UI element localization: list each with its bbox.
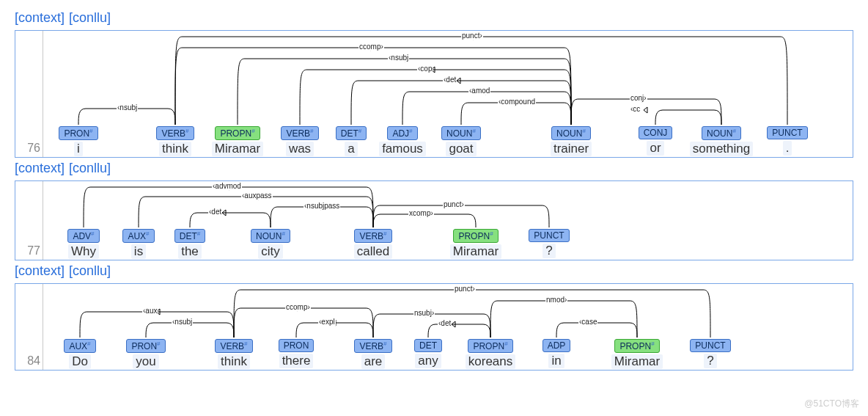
conllu-link[interactable]: [conllu]: [69, 263, 111, 278]
dep-label-auxpass: ‹auxpass: [241, 191, 273, 200]
token-row: PRON#iVERB#thinkPROPN#MiramarVERB#wasDET…: [43, 126, 853, 157]
dep-label-nsubj: nsubj›: [413, 309, 435, 317]
dep-label-case: ‹case: [578, 318, 597, 326]
token-word: Why: [68, 244, 99, 259]
token-word: think: [218, 354, 250, 369]
conllu-link[interactable]: [conllu]: [69, 10, 111, 25]
token-cell: VERB#was: [278, 126, 322, 156]
pos-tag-verb: VERB#: [354, 339, 391, 353]
pos-tag-propn: PROPN#: [453, 229, 498, 243]
pos-tag-pron: PRON: [279, 339, 315, 352]
token-word: i: [74, 142, 83, 156]
pos-tag-det: DET: [414, 339, 442, 352]
pos-tag-punct: PUNCT: [690, 339, 730, 352]
token-cell: PRON#you: [124, 339, 168, 369]
token-word: Miramar: [611, 354, 663, 369]
token-word: Do: [69, 354, 91, 369]
token-cell: NOUN#trainer: [549, 126, 593, 156]
context-link[interactable]: [context]: [15, 263, 65, 278]
token-cell: NOUN#something: [699, 126, 743, 156]
token-word: something: [690, 142, 753, 156]
dep-label-det: ‹det: [443, 76, 457, 84]
token-cell: VERB#are: [351, 339, 395, 369]
pos-tag-punct: PUNCT: [529, 229, 569, 242]
token-word: you: [133, 354, 158, 369]
token-cell: ADPin: [534, 339, 578, 368]
token-cell: DETany: [406, 339, 450, 368]
token-cell: PRONthere: [274, 339, 318, 368]
token-cell: CONJor: [633, 126, 677, 156]
pos-tag-propn: PROPN#: [614, 339, 659, 353]
dependency-arcs: [43, 284, 850, 342]
token-word: .: [783, 141, 792, 156]
sentence-content: ‹advmod‹auxpass‹det‹nsubjpasspunct›xcomp…: [43, 181, 853, 260]
token-word: the: [178, 244, 202, 259]
token-cell: PUNCT?: [688, 339, 732, 368]
pos-tag-pron: PRON#: [59, 126, 98, 140]
token-row: AUX#DoPRON#youVERB#thinkPRONthereVERB#ar…: [43, 339, 853, 370]
token-cell: AUX#is: [117, 229, 161, 259]
pos-tag-noun: NOUN#: [441, 126, 481, 140]
token-cell: AUX#Do: [58, 339, 102, 369]
dep-label-cc: ‹cc: [630, 105, 641, 113]
pos-tag-verb: VERB#: [281, 126, 318, 140]
token-cell: VERB#think: [212, 339, 256, 369]
token-cell: PROPN#koreans: [468, 339, 512, 369]
token-word: is: [131, 244, 146, 259]
token-cell: VERB#think: [153, 126, 197, 156]
sentence-panel: 77‹advmod‹auxpass‹det‹nsubjpasspunct›xco…: [15, 180, 853, 260]
pos-tag-punct: PUNCT: [767, 126, 807, 139]
pos-tag-pron: PRON#: [126, 339, 165, 353]
row-number: 77: [15, 181, 43, 260]
sentence-content: ‹aux‹nsubjpunct›ccomp›‹explnsubj›‹detnmo…: [43, 284, 853, 370]
token-cell: PROPN#Miramar: [216, 126, 260, 156]
dep-label-punct: punct›: [461, 32, 483, 40]
token-word: trainer: [551, 142, 592, 156]
dep-label-advmod: ‹advmod: [212, 182, 242, 190]
dep-label-det: ‹det: [438, 319, 452, 327]
dep-label-ccomp: ccomp›: [358, 43, 384, 51]
dep-label-ccomp: ccomp›: [285, 303, 311, 311]
token-cell: DET#the: [168, 229, 212, 259]
dep-label-punct: punct›: [454, 285, 476, 293]
sentence-panel: 76‹nsubjpunct›ccomp›‹nsubj‹cop‹det‹amod‹…: [15, 30, 853, 158]
sentence-panel: 84‹aux‹nsubjpunct›ccomp›‹explnsubj›‹detn…: [15, 283, 853, 371]
token-cell: PUNCT.: [765, 126, 809, 156]
token-word: koreans: [466, 354, 515, 369]
dep-label-amod: ‹amod: [468, 87, 490, 95]
token-cell: PROPN#Miramar: [454, 229, 498, 259]
token-row: ADV#WhyAUX#isDET#theNOUN#cityVERB#called…: [43, 229, 853, 260]
dep-label-conj: conj›: [630, 94, 647, 102]
dep-label-nmod: nmod›: [545, 296, 567, 304]
token-word: ?: [704, 354, 716, 368]
dep-label-det: ‹det: [208, 208, 222, 216]
token-word: was: [286, 142, 314, 156]
pos-tag-aux: AUX#: [64, 339, 95, 353]
dep-label-nsubj: ‹nsubj: [388, 54, 409, 62]
token-word: in: [548, 354, 564, 368]
dep-label-aux: ‹aux: [142, 307, 158, 315]
pos-tag-verb: VERB#: [215, 339, 252, 353]
dep-label-nsubj: ‹nsubj: [117, 103, 138, 112]
token-cell: PROPN#Miramar: [615, 339, 659, 369]
pos-tag-noun: NOUN#: [551, 126, 591, 140]
conllu-link[interactable]: [conllu]: [69, 161, 111, 175]
token-word: or: [647, 141, 663, 156]
pos-tag-noun: NOUN#: [251, 229, 290, 243]
pos-tag-verb: VERB#: [354, 229, 391, 243]
token-cell: PUNCT?: [527, 229, 571, 258]
token-word: there: [279, 354, 314, 368]
links-row: [context] [conllu]: [15, 263, 853, 279]
token-cell: DET#a: [329, 126, 373, 156]
token-word: famous: [379, 142, 426, 156]
arc-area: ‹aux‹nsubjpunct›ccomp›‹explnsubj›‹detnmo…: [43, 284, 853, 339]
pos-tag-noun: NOUN#: [702, 126, 741, 140]
pos-tag-aux: AUX#: [122, 229, 154, 243]
token-word: think: [159, 142, 191, 156]
dep-label-nsubj: ‹nsubj: [172, 318, 193, 326]
context-link[interactable]: [context]: [15, 161, 65, 175]
arc-area: ‹nsubjpunct›ccomp›‹nsubj‹cop‹det‹amod‹co…: [43, 31, 853, 126]
context-link[interactable]: [context]: [15, 10, 65, 25]
links-row: [context] [conllu]: [15, 161, 853, 176]
token-cell: PRON#i: [56, 126, 100, 156]
